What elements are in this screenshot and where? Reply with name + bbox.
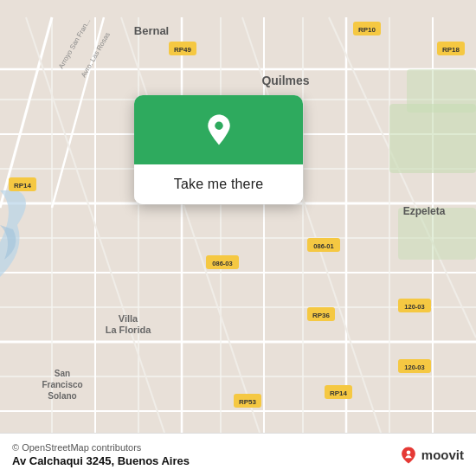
svg-text:RP14: RP14	[14, 182, 32, 190]
svg-text:Francisco: Francisco	[42, 380, 82, 389]
svg-text:120-03: 120-03	[404, 363, 424, 371]
moovit-icon	[399, 446, 418, 465]
svg-text:RP36: RP36	[312, 312, 331, 319]
moovit-brand-label: moovit	[421, 447, 464, 462]
svg-text:Bernal: Bernal	[134, 24, 169, 37]
svg-text:Villa: Villa	[119, 313, 138, 324]
bottom-bar: © OpenStreetMap contributors Av Calchaqu…	[0, 433, 476, 476]
popup-card: Take me there	[134, 95, 303, 204]
svg-text:San: San	[55, 369, 70, 378]
svg-text:La Florida: La Florida	[106, 325, 151, 335]
svg-point-66	[406, 450, 410, 454]
svg-text:RP53: RP53	[239, 398, 257, 406]
svg-text:Solano: Solano	[48, 391, 76, 401]
moovit-logo: moovit	[399, 446, 464, 465]
take-me-there-button[interactable]: Take me there	[134, 164, 303, 204]
svg-text:RP10: RP10	[358, 26, 376, 34]
svg-text:086-03: 086-03	[212, 260, 232, 267]
map-background: RP49 RP18 RP10 RP14 086-01 086-03 RP36 R…	[0, 0, 476, 476]
svg-text:Quilmes: Quilmes	[261, 74, 309, 87]
map-attribution: © OpenStreetMap contributors	[12, 442, 190, 453]
map-container: RP49 RP18 RP10 RP14 086-01 086-03 RP36 R…	[0, 0, 476, 476]
svg-rect-28	[389, 104, 476, 173]
svg-text:086-01: 086-01	[313, 242, 333, 250]
svg-text:RP18: RP18	[442, 46, 460, 54]
svg-point-65	[215, 122, 223, 131]
svg-text:Ezpeleta: Ezpeleta	[403, 205, 446, 217]
svg-rect-29	[407, 69, 476, 113]
location-pin-icon	[203, 113, 235, 146]
svg-text:120-03: 120-03	[404, 303, 424, 311]
svg-text:RP14: RP14	[330, 389, 348, 397]
svg-text:RP49: RP49	[174, 46, 192, 54]
popup-header	[134, 95, 303, 164]
address-label: Av Calchaqui 3245, Buenos Aires	[12, 454, 190, 467]
